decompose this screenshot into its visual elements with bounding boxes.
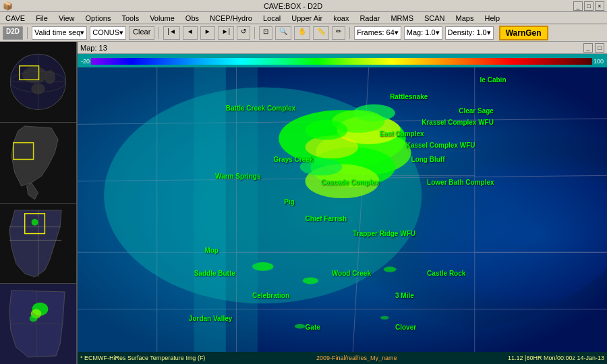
menu-ncep[interactable]: NCEP/Hydro — [207, 14, 255, 22]
warngen-button[interactable]: WarnGen — [499, 26, 548, 40]
maximize-btn[interactable]: □ — [584, 1, 594, 11]
local-minimap[interactable] — [0, 284, 76, 364]
menu-file[interactable]: File — [33, 14, 51, 22]
sep2 — [158, 27, 159, 39]
title-bar: 📦 CAVE:BOX - D2D _ □ × — [0, 0, 607, 12]
minimize-btn[interactable]: _ — [573, 1, 583, 11]
svg-point-46 — [306, 120, 348, 140]
svg-point-47 — [300, 158, 343, 175]
menu-volume[interactable]: Volume — [147, 14, 177, 22]
select-btn[interactable]: ⊡ — [259, 26, 272, 40]
menu-cave[interactable]: CAVE — [3, 14, 28, 22]
svg-point-2 — [22, 67, 47, 84]
close-btn[interactable]: × — [595, 1, 604, 11]
menu-help[interactable]: Help — [482, 14, 502, 22]
svg-point-17 — [32, 218, 38, 225]
draw-btn[interactable]: ✏ — [332, 26, 345, 40]
map-controls: _ □ — [583, 43, 604, 53]
prev-btn[interactable]: ◄ — [183, 26, 198, 40]
menu-options[interactable]: Options — [83, 14, 114, 22]
map-visualization[interactable]: le Cabin Rattlesnake Battle Creek Comple… — [78, 67, 607, 352]
west-us-minimap[interactable] — [0, 204, 76, 284]
scale-min-label: -20 — [81, 58, 90, 65]
status-filename: 2009-Final/real/res_My_name — [316, 355, 397, 361]
sep4 — [349, 27, 350, 39]
map-maximize-btn[interactable]: □ — [595, 43, 604, 53]
status-left: * ECMWF-HiRes Surface Temperature Img (F… — [80, 355, 205, 361]
svg-rect-54 — [194, 67, 258, 352]
toolbar: D2D Valid time seq▾ CONUS▾ Clear |◄ ◄ ► … — [0, 24, 607, 42]
timeseg-dropdown[interactable]: Valid time seq▾ — [32, 26, 87, 40]
scale-gradient — [91, 58, 592, 65]
menu-scan[interactable]: SCAN — [422, 14, 448, 22]
scale-max-label: 100 — [594, 58, 604, 65]
menu-bar: CAVE File View Options Tools Volume Obs … — [0, 12, 607, 24]
svg-point-51 — [295, 324, 306, 329]
menu-upper-air[interactable]: Upper Air — [289, 14, 325, 22]
zoom-btn[interactable]: 🔍 — [275, 26, 291, 40]
sidebar — [0, 42, 78, 364]
conus-dropdown[interactable]: CONUS▾ — [90, 26, 126, 40]
svg-point-49 — [303, 277, 319, 284]
menu-maps[interactable]: Maps — [453, 14, 477, 22]
density-dropdown[interactable]: Density: 1.0▾ — [445, 26, 494, 40]
window-title: CAVE:BOX - D2D — [13, 2, 573, 10]
color-scale: -20 100 — [81, 55, 604, 67]
d2d-button[interactable]: D2D — [3, 26, 23, 40]
window-controls: _ □ × — [573, 1, 604, 11]
menu-mrms[interactable]: MRMS — [388, 14, 416, 22]
status-bar: * ECMWF-HiRes Surface Temperature Img (F… — [78, 352, 607, 364]
main-content: Map: 13 _ □ -20 100 -0+ 20 40 60 80 — [0, 42, 607, 364]
clear-button[interactable]: Clear — [129, 26, 154, 40]
svg-point-50 — [384, 266, 397, 272]
measure-btn[interactable]: 📏 — [313, 26, 329, 40]
globe-minimap[interactable] — [0, 42, 76, 123]
first-frame-btn[interactable]: |◄ — [163, 26, 180, 40]
svg-point-23 — [30, 315, 38, 322]
menu-view[interactable]: View — [56, 14, 78, 22]
frames-dropdown[interactable]: Frames: 64▾ — [354, 26, 401, 40]
map-minimize-btn[interactable]: _ — [583, 43, 593, 53]
status-right: 11.12 |60HR Mon/00:00z 14-Jan-13 — [508, 355, 604, 361]
loop-btn[interactable]: ↺ — [237, 26, 250, 40]
menu-radar[interactable]: Radar — [357, 14, 382, 22]
last-frame-btn[interactable]: ►| — [218, 26, 235, 40]
sep3 — [254, 27, 255, 39]
menu-tools[interactable]: Tools — [119, 14, 142, 22]
svg-marker-9 — [11, 126, 58, 186]
sep1 — [27, 27, 28, 39]
next-btn[interactable]: ► — [200, 26, 215, 40]
mag-dropdown[interactable]: Mag: 1.0▾ — [404, 26, 442, 40]
na-minimap[interactable] — [0, 123, 76, 204]
svg-marker-10 — [27, 183, 38, 200]
menu-koax[interactable]: koax — [330, 14, 351, 22]
map-panel[interactable]: Map: 13 _ □ -20 100 -0+ 20 40 60 80 — [78, 42, 607, 364]
map-svg — [78, 67, 607, 352]
pan-btn[interactable]: ✋ — [294, 26, 310, 40]
map-titlebar: Map: 13 _ □ — [78, 42, 607, 54]
menu-local[interactable]: Local — [260, 14, 283, 22]
menu-obs[interactable]: Obs — [183, 14, 202, 22]
svg-point-52 — [380, 316, 389, 320]
map-title: Map: 13 — [80, 44, 583, 52]
